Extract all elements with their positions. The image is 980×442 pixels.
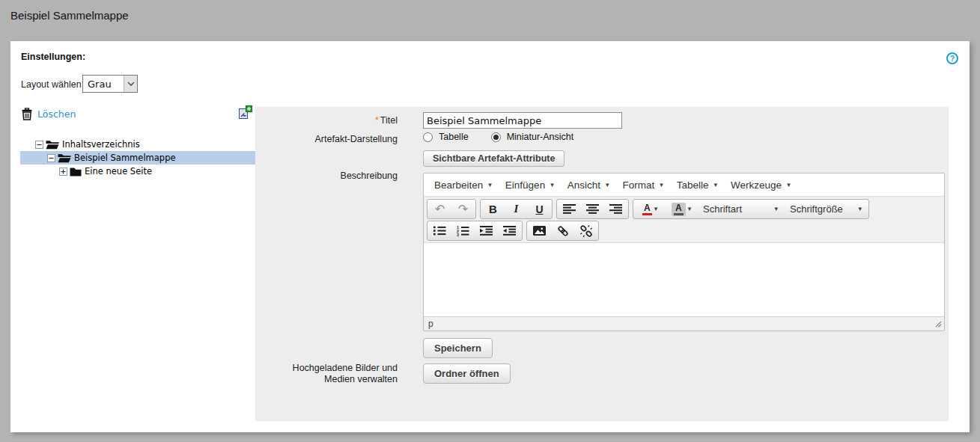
text-color-icon[interactable]: A ▾: [634, 200, 666, 218]
radio-miniatur-ansicht-label[interactable]: Miniatur-Ansicht: [507, 132, 574, 142]
align-center-icon[interactable]: [581, 200, 604, 218]
menu-tabelle[interactable]: Tabelle▾: [670, 176, 724, 194]
chevron-down-icon: ▾: [606, 182, 609, 188]
insert-link-icon[interactable]: [551, 222, 574, 239]
editor-menubar: Bearbeiten▾ Einfügen▾ Ansicht▾ Format▾ T…: [424, 174, 944, 196]
editor-toolbar: ↶ ↷ B I U: [424, 196, 944, 242]
radio-tabelle-label[interactable]: Tabelle: [439, 132, 469, 142]
tree-item-label[interactable]: Eine neue Seite: [85, 166, 152, 177]
layout-select-label: Layout wählen: [21, 79, 82, 90]
layout-select[interactable]: Grau: [82, 75, 138, 93]
expand-plus-icon[interactable]: [59, 168, 67, 176]
delete-link[interactable]: Löschen: [22, 108, 76, 120]
description-label: Beschreibung: [266, 171, 398, 182]
align-right-icon[interactable]: [604, 200, 627, 218]
save-button[interactable]: Speichern: [423, 338, 493, 358]
collapse-minus-icon[interactable]: [35, 141, 43, 149]
menu-bearbeiten[interactable]: Bearbeiten▾: [427, 176, 499, 194]
collapse-minus-icon[interactable]: [47, 154, 55, 162]
menu-einfuegen[interactable]: Einfügen▾: [499, 176, 561, 194]
bold-icon[interactable]: B: [481, 200, 505, 218]
outdent-icon[interactable]: [498, 222, 521, 239]
numbered-list-icon[interactable]: 123: [451, 222, 475, 239]
tree-item-beispiel-sammelmappe[interactable]: Beispiel Sammelmappe: [20, 151, 280, 165]
menu-werkzeuge[interactable]: Werkzeuge▾: [724, 176, 797, 194]
chevron-down-icon: ▾: [550, 182, 554, 188]
visible-artefact-attributes-button[interactable]: Sichtbare Artefakt-Attribute: [423, 150, 564, 167]
content-panel: Einstellungen: ? Layout wählen Grau Lösc…: [10, 41, 970, 432]
menu-ansicht[interactable]: Ansicht▾: [561, 176, 616, 194]
italic-icon[interactable]: I: [505, 200, 528, 218]
chevron-down-icon: ▾: [488, 182, 492, 188]
chevron-down-icon: ▾: [787, 182, 791, 188]
chevron-down-icon: ▾: [774, 206, 778, 212]
artefact-display-label: Artefakt-Darstellung: [266, 134, 398, 145]
tree-item-eine-neue-seite[interactable]: Eine neue Seite: [20, 165, 292, 178]
editor-statusbar: p: [424, 316, 944, 331]
resize-grip-icon[interactable]: [934, 320, 942, 328]
folder-closed-icon: [70, 167, 82, 177]
help-icon[interactable]: ?: [946, 52, 959, 65]
redo-icon[interactable]: ↷: [451, 200, 475, 218]
chevron-down-icon: ▾: [714, 182, 718, 188]
description-editor: Bearbeiten▾ Einfügen▾ Ansicht▾ Format▾ T…: [423, 173, 945, 331]
undo-icon[interactable]: ↶: [428, 200, 451, 218]
chevron-down-icon: [124, 76, 137, 92]
folder-open-icon: [58, 153, 71, 163]
background-color-icon[interactable]: A ▾: [666, 200, 697, 218]
tree-item-label[interactable]: Inhaltsverzeichnis: [62, 139, 140, 150]
required-marker: *: [375, 115, 379, 126]
artefact-display-options: Tabelle Miniatur-Ansicht: [423, 132, 573, 142]
editor-content-area[interactable]: [424, 242, 944, 316]
folder-open-icon: [46, 140, 59, 150]
tree-item-label[interactable]: Beispiel Sammelmappe: [74, 153, 176, 163]
chevron-down-icon: ▾: [654, 206, 658, 212]
menu-format[interactable]: Format▾: [615, 176, 669, 194]
radio-tabelle[interactable]: [423, 132, 433, 142]
indent-icon[interactable]: [475, 222, 498, 239]
media-manage-label: Hochgeladene Bilder und Medien verwalten: [266, 363, 398, 385]
bullet-list-icon[interactable]: [428, 222, 451, 239]
font-size-dropdown[interactable]: Schriftgröße ▾: [784, 200, 868, 218]
page-title: Beispiel Sammelmappe: [10, 9, 129, 22]
chevron-down-icon: ▾: [660, 182, 663, 188]
title-field-label: *Titel: [266, 115, 398, 126]
underline-icon[interactable]: U: [528, 200, 551, 218]
element-path[interactable]: p: [428, 319, 433, 329]
tree-item-inhaltsverzeichnis[interactable]: Inhaltsverzeichnis: [20, 138, 268, 151]
add-page-icon[interactable]: [237, 105, 252, 120]
radio-miniatur-ansicht[interactable]: [491, 132, 501, 142]
align-left-icon[interactable]: [558, 200, 581, 218]
open-folder-button[interactable]: Ordner öffnen: [423, 363, 511, 384]
font-family-dropdown[interactable]: Schriftart ▾: [697, 200, 784, 218]
settings-heading: Einstellungen:: [21, 52, 85, 62]
svg-text:?: ?: [950, 55, 955, 63]
chevron-down-icon: ▾: [688, 206, 692, 212]
layout-select-value: Grau: [83, 79, 124, 90]
chevron-down-icon: ▾: [858, 206, 862, 212]
title-input[interactable]: [423, 112, 622, 129]
svg-text:3: 3: [457, 233, 459, 236]
page: Beispiel Sammelmappe Einstellungen: ? La…: [0, 0, 980, 442]
trash-icon: [22, 108, 32, 120]
unlink-icon[interactable]: [574, 222, 597, 239]
delete-link-label: Löschen: [37, 108, 76, 120]
insert-image-icon[interactable]: [528, 222, 551, 239]
